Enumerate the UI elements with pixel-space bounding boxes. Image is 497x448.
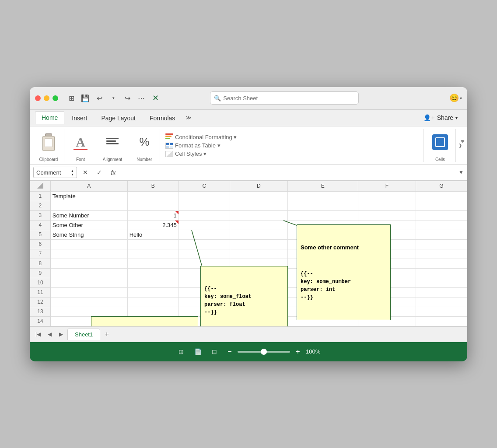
minimize-button[interactable]	[44, 95, 49, 101]
col-header-b[interactable]: B	[127, 181, 178, 191]
zoom-thumb[interactable]	[261, 349, 267, 355]
sheet-tab-sheet1[interactable]: Sheet1	[67, 329, 100, 340]
zoom-out-button[interactable]: −	[225, 348, 234, 356]
normal-view-icon[interactable]: ⊞	[175, 346, 187, 357]
cell-e5[interactable]	[287, 230, 358, 239]
cell-f1[interactable]	[358, 191, 416, 201]
number-icon: %	[139, 135, 149, 149]
cell-b1[interactable]	[127, 191, 178, 201]
cell-f4[interactable]	[358, 220, 416, 230]
cell-d5[interactable]	[230, 230, 287, 239]
cell-c1[interactable]	[178, 191, 230, 201]
cell-f5[interactable]	[358, 230, 416, 239]
more-tools-icon[interactable]: ⋯	[135, 92, 147, 104]
group-alignment: ▾ Alignment	[97, 129, 128, 162]
cell-styles-row[interactable]: Cell Styles ▾	[165, 150, 237, 157]
cell-e3[interactable]	[287, 210, 358, 220]
cell-c3[interactable]	[178, 210, 230, 220]
account-icon[interactable]: 😊 ▾	[449, 93, 462, 103]
conditional-formatting-icon	[165, 133, 173, 140]
row-number: 4	[30, 220, 51, 230]
close-button[interactable]	[35, 95, 41, 101]
col-header-d[interactable]: D	[230, 181, 287, 191]
save-icon[interactable]: 💾	[79, 92, 91, 104]
sheet-nav-next-button[interactable]: ▶	[56, 329, 66, 339]
cell-d1[interactable]	[230, 191, 287, 201]
cell-g5[interactable]	[416, 230, 467, 239]
cell-d3[interactable]	[230, 210, 287, 220]
search-bar[interactable]: 🔍	[210, 91, 359, 105]
share-button[interactable]: 👤+ Share ▾	[419, 112, 462, 123]
col-header-a[interactable]: A	[50, 181, 127, 191]
title-bar: ⊞ 💾 ↩ ▾ ↪ ⋯ ✕ 🔍 😊 ▾	[30, 87, 467, 110]
formula-confirm-button[interactable]: ✓	[94, 167, 105, 178]
cell-d4[interactable]	[230, 220, 287, 230]
add-sheet-button[interactable]: +	[102, 329, 112, 339]
search-input[interactable]	[223, 95, 355, 102]
cell-e4[interactable]	[287, 220, 358, 230]
cell-a4[interactable]: Some Other	[50, 220, 127, 230]
cell-c2[interactable]	[178, 201, 230, 210]
cell-g1[interactable]	[416, 191, 467, 201]
cell-b5[interactable]: Hello	[127, 230, 178, 239]
zoom-slider[interactable]	[238, 351, 290, 353]
ribbon-tabs-more-icon[interactable]: ≫	[182, 115, 195, 121]
maximize-button[interactable]	[52, 95, 58, 101]
col-header-f[interactable]: F	[358, 181, 416, 191]
cell-d2[interactable]	[230, 201, 287, 210]
cell-a2[interactable]	[50, 201, 127, 210]
excel-icon: ✕	[149, 92, 161, 104]
cells-button[interactable]	[429, 130, 451, 154]
cell-g4[interactable]	[416, 220, 467, 230]
name-box-value: Comment	[36, 169, 61, 176]
cell-g2[interactable]	[416, 201, 467, 210]
col-header-e[interactable]: E	[287, 181, 358, 191]
table-row: 11	[30, 287, 467, 297]
col-header-g[interactable]: G	[416, 181, 467, 191]
sidebar-toggle-icon[interactable]: ⊞	[65, 92, 77, 104]
formula-expand-button[interactable]: ▼	[458, 169, 464, 175]
cell-c5[interactable]	[178, 230, 230, 239]
sheet-nav-first-button[interactable]: |◀	[33, 329, 43, 339]
number-label: Number	[136, 157, 152, 162]
zoom-in-button[interactable]: +	[294, 348, 302, 356]
redo-icon[interactable]: ↪	[121, 92, 133, 104]
tab-insert[interactable]: Insert	[65, 112, 94, 124]
conditional-formatting-row[interactable]: Conditional Formatting ▾	[165, 133, 237, 140]
cell-b2[interactable]	[127, 201, 178, 210]
cell-a1[interactable]: Template	[50, 191, 127, 201]
status-bar: ⊞ 📄 ⊟ − + 100%	[30, 342, 467, 361]
undo-dropdown-icon[interactable]: ▾	[107, 92, 119, 104]
formula-input[interactable]	[122, 167, 456, 178]
group-cells: Cells	[425, 129, 456, 162]
ribbon-expand-button[interactable]: ❯	[457, 129, 464, 162]
cell-a5[interactable]: Some String	[50, 230, 127, 239]
tab-home[interactable]: Home	[35, 111, 64, 124]
undo-icon[interactable]: ↩	[93, 92, 105, 104]
format-as-table-row[interactable]: Format as Table ▾	[165, 142, 237, 149]
row-number: 3	[30, 210, 51, 220]
tab-formulas[interactable]: Formulas	[143, 112, 182, 124]
cell-b4[interactable]: 2.345	[127, 220, 178, 230]
name-box[interactable]: Comment ▲ ▼	[33, 167, 77, 178]
page-layout-view-icon[interactable]: 📄	[192, 346, 203, 357]
formula-cancel-button[interactable]: ✕	[80, 167, 91, 178]
cell-g3[interactable]	[416, 210, 467, 220]
cell-a3[interactable]: Some Number	[50, 210, 127, 220]
page-break-view-icon[interactable]: ⊟	[209, 346, 220, 357]
clipboard-button[interactable]: ▾	[38, 130, 60, 154]
sheet-nav-prev-button[interactable]: ◀	[45, 329, 54, 339]
font-button[interactable]: A ▾	[70, 130, 91, 154]
col-header-c[interactable]: C	[178, 181, 230, 191]
cell-e1[interactable]	[287, 191, 358, 201]
cell-c4[interactable]	[178, 220, 230, 230]
cell-e2[interactable]	[287, 201, 358, 210]
cell-b3[interactable]: 1	[127, 210, 178, 220]
cell-f2[interactable]	[358, 201, 416, 210]
number-button[interactable]: % ▾	[133, 130, 155, 154]
fx-button[interactable]: fx	[108, 167, 119, 178]
tab-page-layout[interactable]: Page Layout	[94, 112, 142, 124]
alignment-button[interactable]: ▾	[102, 130, 123, 154]
ribbon-tabs: Home Insert Page Layout Formulas ≫ 👤+ Sh…	[30, 110, 467, 126]
cell-f3[interactable]	[358, 210, 416, 220]
